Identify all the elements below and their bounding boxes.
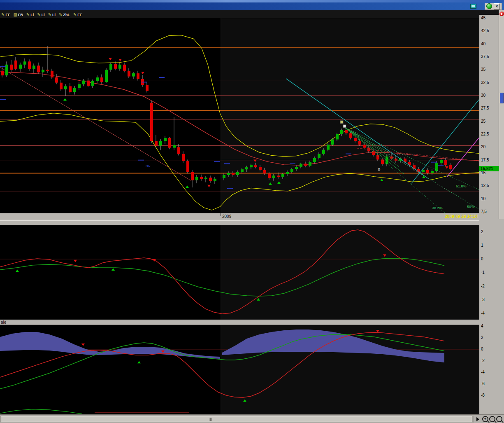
candle bbox=[55, 77, 58, 83]
oscillator2-axis-label: 4 bbox=[481, 324, 483, 329]
candle bbox=[340, 130, 343, 134]
candle bbox=[82, 81, 85, 84]
indicator-label: ale bbox=[1, 320, 6, 325]
toolbar-item-ff[interactable]: ✎FF bbox=[72, 10, 84, 18]
scrollbar-track[interactable] bbox=[0, 416, 474, 423]
candle bbox=[91, 81, 94, 86]
candle bbox=[51, 71, 53, 77]
scrollbar-thumb[interactable] bbox=[1, 416, 472, 422]
oscillator1-axis-label: 1 bbox=[481, 243, 483, 248]
oscillator2-axis-label: -6 bbox=[481, 381, 485, 386]
candle bbox=[200, 177, 203, 179]
candle bbox=[363, 145, 366, 148]
candle bbox=[19, 65, 22, 69]
cursor-timestamp: 2009-09-29 14:14 bbox=[445, 214, 478, 219]
candle bbox=[336, 134, 339, 140]
candle bbox=[426, 170, 429, 173]
axis-scrollbar[interactable] bbox=[499, 10, 504, 219]
oscillator1-axis-label: 2 bbox=[481, 229, 483, 234]
toolbar-item-zhl[interactable]: ✎ZhL bbox=[58, 10, 72, 18]
oscillator2-axis-label: 0 bbox=[481, 347, 483, 352]
blue-dash-marker bbox=[159, 77, 165, 78]
status-green-button[interactable] bbox=[486, 3, 492, 9]
candle bbox=[5, 65, 8, 75]
candle bbox=[195, 177, 198, 180]
candle bbox=[286, 172, 289, 174]
candle bbox=[177, 147, 180, 154]
candle bbox=[331, 140, 334, 145]
price-axis-label: 22,5 bbox=[481, 132, 489, 137]
price-axis-label: 32,5 bbox=[481, 80, 489, 85]
candle bbox=[1, 71, 4, 75]
monitor-icon[interactable] bbox=[470, 4, 476, 9]
candle bbox=[318, 154, 321, 158]
candle bbox=[440, 160, 443, 163]
horizontal-scrollbar[interactable]: + − bbox=[0, 414, 504, 423]
candle bbox=[87, 81, 90, 86]
zoom-icon[interactable] bbox=[496, 416, 502, 422]
candle bbox=[300, 164, 302, 167]
oscillator1-axis-label: -4 bbox=[481, 311, 485, 316]
price-axis-label: 17,5 bbox=[481, 158, 489, 163]
title-bar[interactable] bbox=[0, 2, 504, 10]
toolbar-item-ff[interactable]: ✎FF bbox=[0, 10, 12, 18]
panel-divider[interactable] bbox=[0, 220, 479, 220]
candle bbox=[10, 65, 13, 70]
candle bbox=[304, 164, 307, 166]
price-axis-label: 30 bbox=[481, 93, 485, 98]
candle bbox=[46, 70, 49, 71]
price-chart-panel[interactable]: 61.8%50%38.2%BHC bbox=[0, 18, 479, 213]
price-axis-label: 27,5 bbox=[481, 106, 489, 111]
pen-icon: ✎ bbox=[73, 12, 77, 17]
candle bbox=[295, 167, 298, 169]
toolbar-item-li[interactable]: ✎Li bbox=[47, 10, 58, 18]
candle bbox=[381, 159, 384, 164]
candle bbox=[349, 133, 352, 138]
oscillator-panel-1[interactable] bbox=[0, 225, 479, 320]
date-tick bbox=[221, 213, 221, 216]
toolbar-item-fr[interactable]: ▨FR bbox=[12, 10, 25, 18]
candle bbox=[109, 64, 112, 70]
candle bbox=[186, 161, 189, 172]
price-axis-label: 25 bbox=[481, 119, 485, 124]
candle bbox=[386, 157, 388, 164]
candle bbox=[241, 169, 244, 172]
scroll-right-arrow[interactable] bbox=[476, 417, 479, 421]
candle bbox=[204, 178, 207, 179]
plus-glyph: + bbox=[484, 417, 486, 421]
blue-dash-marker bbox=[438, 165, 444, 166]
axis-scrollbar-thumb[interactable] bbox=[500, 93, 504, 103]
oscillator-panel-2[interactable] bbox=[0, 325, 479, 414]
candle bbox=[214, 179, 216, 181]
fib-label: 50% bbox=[467, 205, 474, 209]
b-marker-label: B bbox=[378, 167, 381, 171]
price-axis-label: 12,5 bbox=[481, 183, 489, 188]
toolbar-item-li[interactable]: ✎Li bbox=[36, 10, 46, 18]
candle bbox=[182, 154, 185, 161]
candle bbox=[290, 169, 293, 172]
candle bbox=[146, 85, 149, 91]
candle bbox=[191, 172, 194, 180]
close-button[interactable]: × bbox=[494, 3, 500, 9]
candle bbox=[173, 145, 176, 147]
square-marker-icon bbox=[340, 121, 343, 124]
oscillator2-axis-label: -8 bbox=[481, 393, 485, 398]
candle bbox=[390, 157, 393, 159]
candle bbox=[250, 165, 253, 167]
grid-icon: ▨ bbox=[13, 12, 17, 17]
zoom-in-icon[interactable]: + bbox=[482, 416, 488, 422]
panel-divider-2[interactable]: ale bbox=[0, 320, 479, 325]
lock-icon[interactable] bbox=[499, 12, 504, 16]
blue-dash-marker bbox=[138, 160, 144, 161]
blue-dash-marker bbox=[431, 162, 437, 163]
blue-dash-marker bbox=[0, 99, 6, 100]
candle bbox=[272, 175, 275, 178]
price-axis-label: 40 bbox=[481, 42, 485, 47]
toolbar-item-li[interactable]: ✎Li bbox=[25, 10, 36, 18]
price-axis-label: 45 bbox=[481, 16, 485, 21]
zoom-out-icon[interactable]: − bbox=[489, 416, 495, 422]
candle bbox=[150, 103, 153, 141]
oscillator1-axis-label: -2 bbox=[481, 284, 485, 289]
candle bbox=[236, 172, 239, 175]
year-label: 2009 bbox=[222, 214, 231, 219]
